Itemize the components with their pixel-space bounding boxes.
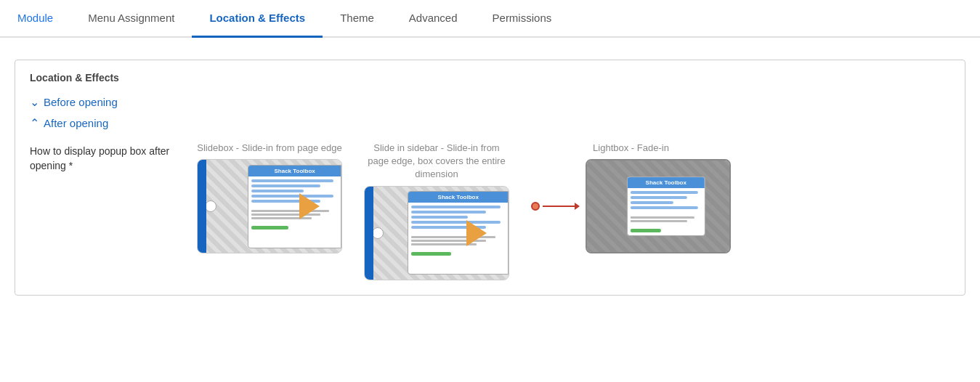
red-arrow-icon bbox=[540, 199, 580, 214]
lightbox-wrapper: Shack Toolbox bbox=[531, 159, 731, 253]
lightbox-panel-header: Shack Toolbox bbox=[628, 177, 705, 188]
slidebox-thumbnail: Shack Toolbox bbox=[197, 159, 342, 253]
before-opening-label: Before opening bbox=[44, 96, 118, 108]
sidebar-thumbnail: Shack Toolbox bbox=[364, 186, 509, 280]
tab-advanced[interactable]: Advanced bbox=[392, 0, 475, 38]
tab-menu-assignment[interactable]: Menu Assignment bbox=[70, 0, 192, 38]
selection-arrow-indicator bbox=[531, 199, 580, 214]
slidebox-panel-header: Shack Toolbox bbox=[248, 166, 341, 176]
section-box: Location & Effects ⌄ Before opening ⌃ Af… bbox=[15, 60, 965, 296]
section-title: Location & Effects bbox=[30, 72, 950, 84]
option-label: How to display popup box after opening * bbox=[30, 142, 175, 173]
slidebox-label: Slidebox - Slide-in from page edge bbox=[197, 142, 341, 155]
option-sidebar[interactable]: Slide in sidebar - Slide-in from page ed… bbox=[364, 142, 509, 280]
sidebar-panel-header: Shack Toolbox bbox=[408, 192, 508, 203]
tab-navigation: Module Menu Assignment Location & Effect… bbox=[0, 0, 980, 38]
svg-marker-1 bbox=[575, 203, 580, 210]
before-opening-toggle[interactable]: ⌄ Before opening bbox=[30, 95, 950, 109]
tab-module[interactable]: Module bbox=[0, 0, 70, 38]
after-opening-toggle[interactable]: ⌃ After opening bbox=[30, 116, 950, 130]
after-opening-label: After opening bbox=[44, 117, 108, 129]
lightbox-label: Lightbox - Fade-in bbox=[593, 142, 669, 155]
main-content: Location & Effects ⌄ Before opening ⌃ Af… bbox=[0, 38, 980, 296]
image-options-group: Slidebox - Slide-in from page edge Shack… bbox=[197, 142, 731, 280]
display-option-row: How to display popup box after opening *… bbox=[30, 142, 950, 280]
option-lightbox[interactable]: Lightbox - Fade-in bbox=[531, 142, 731, 253]
radio-selected-icon bbox=[531, 202, 540, 211]
tab-theme[interactable]: Theme bbox=[323, 0, 392, 38]
sidebar-label: Slide in sidebar - Slide-in from page ed… bbox=[364, 142, 509, 182]
option-slidebox[interactable]: Slidebox - Slide-in from page edge Shack… bbox=[197, 142, 342, 253]
chevron-down-icon: ⌄ bbox=[30, 95, 39, 109]
chevron-up-icon: ⌃ bbox=[30, 116, 39, 130]
lightbox-thumbnail: Shack Toolbox bbox=[586, 159, 731, 253]
tab-permissions[interactable]: Permissions bbox=[475, 0, 570, 38]
tab-location-effects[interactable]: Location & Effects bbox=[192, 0, 323, 38]
